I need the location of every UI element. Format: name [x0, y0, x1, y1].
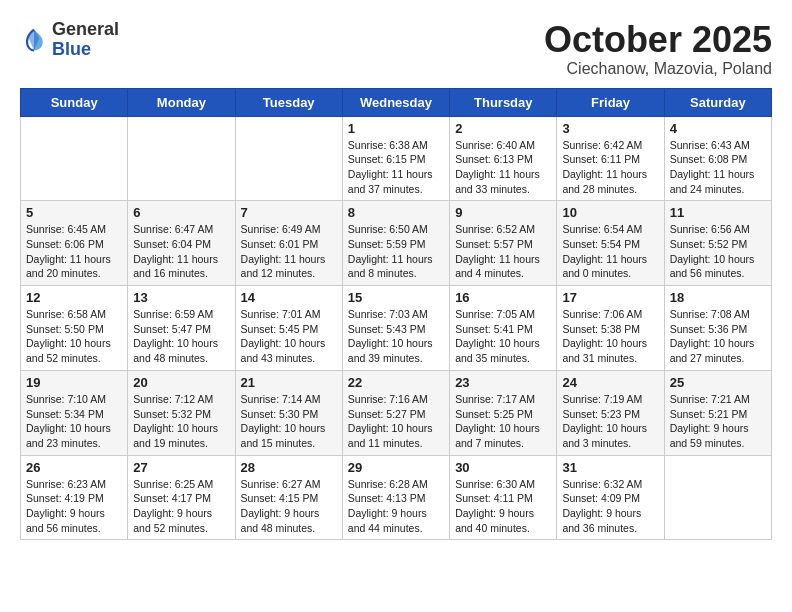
- calendar-cell: 22Sunrise: 7:16 AMSunset: 5:27 PMDayligh…: [342, 370, 449, 455]
- calendar-cell: 17Sunrise: 7:06 AMSunset: 5:38 PMDayligh…: [557, 286, 664, 371]
- weekday-header-wednesday: Wednesday: [342, 88, 449, 116]
- day-info: Sunrise: 6:23 AMSunset: 4:19 PMDaylight:…: [26, 477, 122, 536]
- calendar-table: SundayMondayTuesdayWednesdayThursdayFrid…: [20, 88, 772, 541]
- day-info: Sunrise: 7:12 AMSunset: 5:32 PMDaylight:…: [133, 392, 229, 451]
- day-info: Sunrise: 6:50 AMSunset: 5:59 PMDaylight:…: [348, 222, 444, 281]
- logo-icon: [20, 26, 48, 54]
- day-number: 27: [133, 460, 229, 475]
- day-number: 21: [241, 375, 337, 390]
- day-number: 16: [455, 290, 551, 305]
- day-number: 31: [562, 460, 658, 475]
- logo: General Blue: [20, 20, 119, 60]
- day-info: Sunrise: 6:30 AMSunset: 4:11 PMDaylight:…: [455, 477, 551, 536]
- day-info: Sunrise: 6:54 AMSunset: 5:54 PMDaylight:…: [562, 222, 658, 281]
- day-number: 25: [670, 375, 766, 390]
- calendar-cell: 6Sunrise: 6:47 AMSunset: 6:04 PMDaylight…: [128, 201, 235, 286]
- day-number: 19: [26, 375, 122, 390]
- location: Ciechanow, Mazovia, Poland: [544, 60, 772, 78]
- calendar-cell: 12Sunrise: 6:58 AMSunset: 5:50 PMDayligh…: [21, 286, 128, 371]
- calendar-cell: 21Sunrise: 7:14 AMSunset: 5:30 PMDayligh…: [235, 370, 342, 455]
- calendar-cell: [21, 116, 128, 201]
- calendar-cell: 25Sunrise: 7:21 AMSunset: 5:21 PMDayligh…: [664, 370, 771, 455]
- day-info: Sunrise: 6:45 AMSunset: 6:06 PMDaylight:…: [26, 222, 122, 281]
- calendar-cell: 18Sunrise: 7:08 AMSunset: 5:36 PMDayligh…: [664, 286, 771, 371]
- day-number: 17: [562, 290, 658, 305]
- day-number: 14: [241, 290, 337, 305]
- day-info: Sunrise: 6:59 AMSunset: 5:47 PMDaylight:…: [133, 307, 229, 366]
- day-info: Sunrise: 7:03 AMSunset: 5:43 PMDaylight:…: [348, 307, 444, 366]
- day-info: Sunrise: 7:16 AMSunset: 5:27 PMDaylight:…: [348, 392, 444, 451]
- calendar-cell: 24Sunrise: 7:19 AMSunset: 5:23 PMDayligh…: [557, 370, 664, 455]
- day-number: 1: [348, 121, 444, 136]
- day-info: Sunrise: 6:58 AMSunset: 5:50 PMDaylight:…: [26, 307, 122, 366]
- page-header: General Blue October 2025 Ciechanow, Maz…: [20, 20, 772, 78]
- calendar-cell: 11Sunrise: 6:56 AMSunset: 5:52 PMDayligh…: [664, 201, 771, 286]
- day-info: Sunrise: 6:47 AMSunset: 6:04 PMDaylight:…: [133, 222, 229, 281]
- week-row-1: 1Sunrise: 6:38 AMSunset: 6:15 PMDaylight…: [21, 116, 772, 201]
- day-number: 7: [241, 205, 337, 220]
- day-info: Sunrise: 7:10 AMSunset: 5:34 PMDaylight:…: [26, 392, 122, 451]
- day-number: 30: [455, 460, 551, 475]
- calendar-cell: 3Sunrise: 6:42 AMSunset: 6:11 PMDaylight…: [557, 116, 664, 201]
- day-number: 13: [133, 290, 229, 305]
- calendar-cell: 19Sunrise: 7:10 AMSunset: 5:34 PMDayligh…: [21, 370, 128, 455]
- day-info: Sunrise: 7:08 AMSunset: 5:36 PMDaylight:…: [670, 307, 766, 366]
- day-number: 26: [26, 460, 122, 475]
- calendar-cell: 7Sunrise: 6:49 AMSunset: 6:01 PMDaylight…: [235, 201, 342, 286]
- day-number: 2: [455, 121, 551, 136]
- day-info: Sunrise: 7:14 AMSunset: 5:30 PMDaylight:…: [241, 392, 337, 451]
- weekday-header-friday: Friday: [557, 88, 664, 116]
- calendar-cell: 2Sunrise: 6:40 AMSunset: 6:13 PMDaylight…: [450, 116, 557, 201]
- calendar-cell: [235, 116, 342, 201]
- day-number: 4: [670, 121, 766, 136]
- day-number: 20: [133, 375, 229, 390]
- calendar-cell: [664, 455, 771, 540]
- week-row-2: 5Sunrise: 6:45 AMSunset: 6:06 PMDaylight…: [21, 201, 772, 286]
- day-info: Sunrise: 6:32 AMSunset: 4:09 PMDaylight:…: [562, 477, 658, 536]
- calendar-cell: 16Sunrise: 7:05 AMSunset: 5:41 PMDayligh…: [450, 286, 557, 371]
- day-info: Sunrise: 7:17 AMSunset: 5:25 PMDaylight:…: [455, 392, 551, 451]
- day-number: 3: [562, 121, 658, 136]
- day-number: 24: [562, 375, 658, 390]
- calendar-cell: 28Sunrise: 6:27 AMSunset: 4:15 PMDayligh…: [235, 455, 342, 540]
- calendar-cell: 8Sunrise: 6:50 AMSunset: 5:59 PMDaylight…: [342, 201, 449, 286]
- day-info: Sunrise: 6:43 AMSunset: 6:08 PMDaylight:…: [670, 138, 766, 197]
- weekday-header-monday: Monday: [128, 88, 235, 116]
- weekday-header-saturday: Saturday: [664, 88, 771, 116]
- day-info: Sunrise: 6:38 AMSunset: 6:15 PMDaylight:…: [348, 138, 444, 197]
- calendar-cell: 15Sunrise: 7:03 AMSunset: 5:43 PMDayligh…: [342, 286, 449, 371]
- weekday-header-row: SundayMondayTuesdayWednesdayThursdayFrid…: [21, 88, 772, 116]
- day-info: Sunrise: 6:27 AMSunset: 4:15 PMDaylight:…: [241, 477, 337, 536]
- calendar-cell: 5Sunrise: 6:45 AMSunset: 6:06 PMDaylight…: [21, 201, 128, 286]
- weekday-header-thursday: Thursday: [450, 88, 557, 116]
- day-info: Sunrise: 7:19 AMSunset: 5:23 PMDaylight:…: [562, 392, 658, 451]
- calendar-cell: 29Sunrise: 6:28 AMSunset: 4:13 PMDayligh…: [342, 455, 449, 540]
- day-info: Sunrise: 6:42 AMSunset: 6:11 PMDaylight:…: [562, 138, 658, 197]
- day-number: 18: [670, 290, 766, 305]
- calendar-cell: 4Sunrise: 6:43 AMSunset: 6:08 PMDaylight…: [664, 116, 771, 201]
- day-number: 10: [562, 205, 658, 220]
- day-info: Sunrise: 7:06 AMSunset: 5:38 PMDaylight:…: [562, 307, 658, 366]
- day-info: Sunrise: 7:05 AMSunset: 5:41 PMDaylight:…: [455, 307, 551, 366]
- logo-general: General: [52, 20, 119, 40]
- day-number: 22: [348, 375, 444, 390]
- calendar-cell: [128, 116, 235, 201]
- calendar-cell: 13Sunrise: 6:59 AMSunset: 5:47 PMDayligh…: [128, 286, 235, 371]
- month-title: October 2025: [544, 20, 772, 60]
- day-number: 28: [241, 460, 337, 475]
- calendar-cell: 26Sunrise: 6:23 AMSunset: 4:19 PMDayligh…: [21, 455, 128, 540]
- title-block: October 2025 Ciechanow, Mazovia, Poland: [544, 20, 772, 78]
- day-info: Sunrise: 6:49 AMSunset: 6:01 PMDaylight:…: [241, 222, 337, 281]
- day-number: 8: [348, 205, 444, 220]
- day-info: Sunrise: 7:01 AMSunset: 5:45 PMDaylight:…: [241, 307, 337, 366]
- day-info: Sunrise: 6:56 AMSunset: 5:52 PMDaylight:…: [670, 222, 766, 281]
- weekday-header-tuesday: Tuesday: [235, 88, 342, 116]
- calendar-cell: 20Sunrise: 7:12 AMSunset: 5:32 PMDayligh…: [128, 370, 235, 455]
- calendar-cell: 10Sunrise: 6:54 AMSunset: 5:54 PMDayligh…: [557, 201, 664, 286]
- calendar-cell: 1Sunrise: 6:38 AMSunset: 6:15 PMDaylight…: [342, 116, 449, 201]
- day-number: 29: [348, 460, 444, 475]
- day-info: Sunrise: 6:52 AMSunset: 5:57 PMDaylight:…: [455, 222, 551, 281]
- day-number: 15: [348, 290, 444, 305]
- week-row-3: 12Sunrise: 6:58 AMSunset: 5:50 PMDayligh…: [21, 286, 772, 371]
- logo-text: General Blue: [52, 20, 119, 60]
